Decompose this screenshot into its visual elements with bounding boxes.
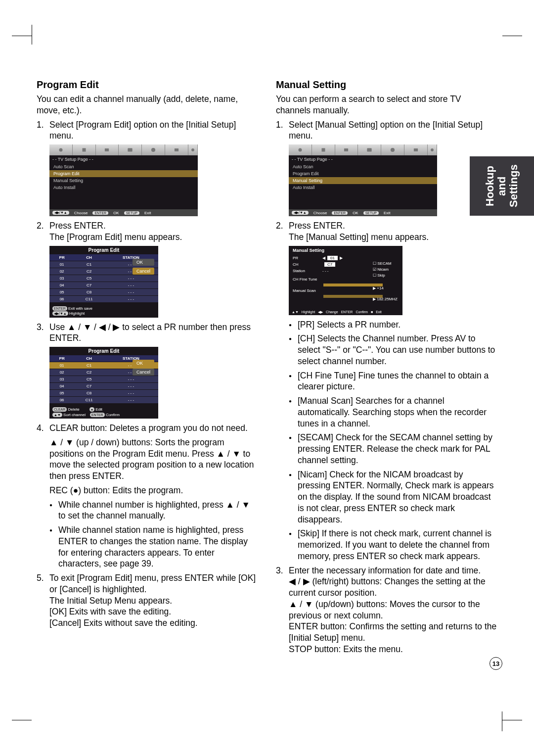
osd-icon [165, 144, 188, 155]
svg-point-7 [298, 148, 302, 152]
osd-icon [96, 144, 119, 155]
osd-icon [188, 144, 198, 155]
osd-opt: Auto Scan [289, 163, 437, 170]
screenshot-manual-setting-menu: Manual Setting PR◀01▶ CHC7 Station- - - … [289, 246, 402, 315]
svg-rect-10 [367, 148, 372, 152]
page-content: Program Edit You can edit a channel manu… [37, 79, 497, 658]
osd-page-title: - - TV Setup Page - - [289, 155, 437, 163]
screenshot-tv-setup-program-edit: - - TV Setup Page - - Auto Scan Program … [49, 144, 198, 216]
osd-opt: Auto Install [289, 184, 437, 191]
svg-rect-9 [344, 148, 348, 151]
left-step4-bullet2: While channel station name is highlighte… [49, 524, 258, 569]
svg-rect-3 [128, 148, 133, 152]
osd-bottombar: ◀▶/▼▲Choose ENTEROK SETUPExit [289, 209, 437, 216]
intro-manual-setting: You can perform a search to select and s… [276, 94, 497, 116]
osd-icon [381, 144, 404, 155]
osd-btn-setup: SETUP [363, 211, 379, 215]
heading-program-edit: Program Edit [37, 79, 258, 91]
left-step-1: 1.Select [Program Edit] option on the [I… [37, 119, 258, 142]
osd-icon [312, 144, 335, 155]
left-step4-rec: REC (●) button: Edits the program. [37, 485, 258, 496]
osd-icon [73, 144, 96, 155]
section-tab: Hookup and Settings [470, 156, 534, 216]
intro-program-edit: You can edit a channel manually (add, de… [37, 94, 258, 116]
osd-icon [358, 144, 381, 155]
col-program-edit: Program Edit You can edit a channel manu… [37, 79, 258, 658]
osd-btn-enter: ENTER [92, 211, 108, 215]
osd-icon [404, 144, 428, 155]
osd-icon [49, 144, 73, 155]
bullet-mscan: [Manual Scan] Searches for a channel aut… [289, 395, 497, 429]
svg-rect-5 [175, 148, 178, 151]
osd-iconbar [49, 144, 198, 155]
screenshot-program-edit-table-1: Program Edit PRCHSTATION 01C1- - - 02C2-… [49, 246, 158, 318]
osd-cancel-button: Cancel [133, 369, 154, 376]
osd-bottombar: ◀▶/▼▲Choose ENTEROK SETUPExit [49, 209, 198, 216]
osd-btn-arrows: ◀▶/▼▲ [52, 211, 69, 215]
svg-point-4 [151, 148, 155, 152]
bullet-pr: [PR] Selects a PR number. [289, 319, 497, 331]
left-step4-sort: ▲ / ▼ (up / down) buttons: Sorts the pro… [37, 437, 258, 482]
svg-rect-8 [321, 148, 325, 152]
osd-icon [428, 144, 437, 155]
screenshot-tv-setup-manual-setting: - - TV Setup Page - - Auto Scan Program … [289, 144, 437, 216]
osd-iconbar [289, 144, 437, 155]
heading-manual-setting: Manual Setting [276, 79, 497, 91]
osd-opt: Manual Setting [49, 177, 198, 184]
right-step-2: 2. Press ENTER. The [Manual Setting] men… [276, 220, 497, 243]
osd-icon [142, 144, 165, 155]
col-manual-setting: Manual Setting You can perform a search … [276, 79, 497, 658]
right-step-1: 1.Select [Manual Setting] option on the … [276, 119, 497, 142]
osd-icon [335, 144, 358, 155]
osd-opt: Auto Scan [49, 163, 198, 170]
bullet-nicam: [Nicam] Check for the NICAM broadcast by… [289, 469, 497, 525]
svg-point-0 [59, 148, 62, 152]
page-number: 13 [490, 657, 502, 670]
osd-footer: ENTER Exit with save ◀▶/▼▲ Highlight [49, 305, 158, 318]
svg-point-11 [391, 148, 395, 152]
left-step-3: 3.Use ▲ / ▼ / ◀ / ▶ to select a PR numbe… [37, 322, 258, 344]
bullet-ch: [CH] Selects the Channel number. Press A… [289, 333, 497, 367]
screenshot-program-edit-table-2: Program Edit PRCHSTATION 01C1- - - 02C2-… [49, 347, 158, 419]
bullet-chfine: [CH Fine Tune] Fine tunes the channel to… [289, 370, 497, 393]
osd-opt: Program Edit [289, 170, 437, 177]
bullet-secam: [SECAM] Check for the SECAM channel sett… [289, 432, 497, 466]
osd-ok-button: OK [133, 259, 154, 266]
osd-checklist: ☐ SECAM ☑ Nicam ☐ Skip ▶ +14 ▶ 182.25MHZ [373, 261, 398, 302]
osd-page-title: - - TV Setup Page - - [49, 155, 198, 163]
osd-footer: ▲▼Highlight ◀▶Change ENTERConfirm ■Exit [289, 309, 402, 315]
osd-icon [289, 144, 312, 155]
osd-btn-setup: SETUP [124, 211, 139, 215]
left-step-4: 4.CLEAR button: Deletes a program you do… [37, 423, 258, 434]
osd-ok-button: OK [133, 360, 154, 367]
bullet-skip: [Skip] If there is not check mark, curre… [289, 528, 497, 562]
right-step-3: 3. Enter the necessary information for d… [276, 565, 497, 655]
osd-btn-arrows: ◀▶/▼▲ [292, 211, 309, 215]
left-step4-bullet1: While channel number is highlighted, pre… [49, 499, 258, 522]
svg-rect-12 [414, 148, 418, 151]
osd-opt: Auto Install [49, 184, 198, 191]
osd-icon [119, 144, 142, 155]
svg-point-13 [431, 148, 434, 151]
osd-opt-highlighted: Manual Setting [289, 177, 437, 184]
left-step-5: 5. To exit [Program Edit] menu, press EN… [37, 572, 258, 629]
svg-rect-2 [105, 148, 109, 151]
svg-rect-1 [82, 148, 86, 152]
svg-point-6 [191, 148, 194, 151]
osd-opt-highlighted: Program Edit [49, 170, 198, 177]
osd-btn-enter: ENTER [332, 211, 348, 215]
left-step-2: 2. Press ENTER. The [Program Edit] menu … [37, 220, 258, 243]
osd-cancel-button: Cancel [133, 268, 154, 275]
osd-footer: CLEAR Delete ● Edit ▲▼ Sort channel ENTE… [49, 406, 158, 419]
